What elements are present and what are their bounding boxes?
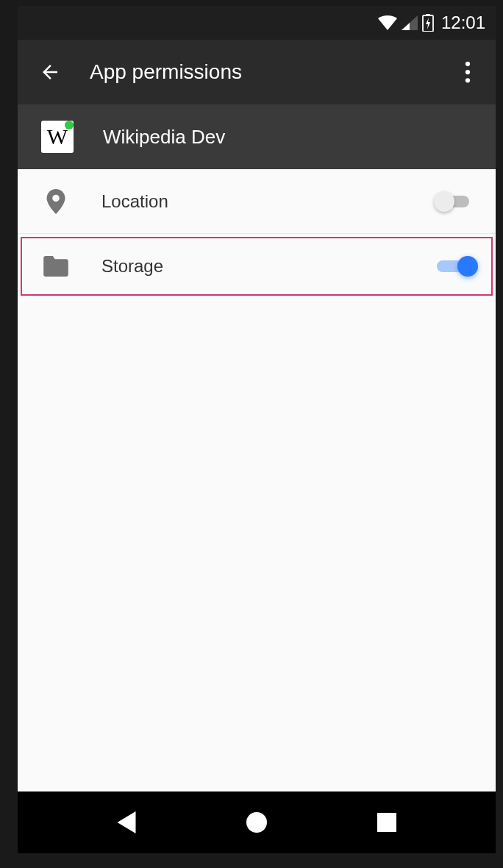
nav-back-button[interactable]: [104, 800, 149, 844]
svg-rect-1: [426, 14, 430, 16]
location-icon: [41, 187, 71, 216]
permission-row-location[interactable]: Location: [18, 169, 496, 234]
permission-label: Location: [101, 191, 434, 212]
dev-badge-icon: [65, 121, 74, 129]
app-icon: W: [41, 121, 74, 153]
page-title: App permissions: [90, 60, 450, 84]
app-bar: App permissions: [18, 40, 496, 104]
app-icon-letter: W: [47, 124, 68, 149]
status-bar: 12:01: [18, 6, 496, 40]
status-time: 12:01: [441, 13, 485, 33]
svg-rect-7: [377, 813, 396, 832]
svg-point-4: [465, 78, 470, 82]
more-options-button[interactable]: [450, 54, 485, 90]
permission-toggle-storage[interactable]: [434, 255, 475, 277]
permission-label: Storage: [101, 256, 434, 277]
permission-row-storage[interactable]: Storage: [18, 234, 496, 299]
permissions-list: Location Storage: [18, 169, 496, 791]
nav-home-button[interactable]: [235, 800, 279, 844]
back-button[interactable]: [32, 54, 68, 90]
svg-point-2: [465, 62, 470, 66]
nav-recent-button[interactable]: [365, 800, 409, 844]
svg-point-6: [246, 812, 267, 833]
cellular-icon: [402, 15, 418, 30]
battery-charging-icon: [422, 14, 434, 32]
svg-point-5: [52, 194, 60, 202]
wifi-icon: [378, 15, 397, 30]
folder-icon: [41, 252, 71, 281]
navigation-bar: [18, 791, 496, 853]
svg-point-3: [465, 70, 470, 74]
device-frame: 12:01 App permissions W Wikipedia Dev Lo…: [18, 6, 496, 853]
permission-toggle-location[interactable]: [434, 191, 475, 213]
app-header: W Wikipedia Dev: [18, 104, 496, 169]
app-name: Wikipedia Dev: [103, 126, 225, 149]
